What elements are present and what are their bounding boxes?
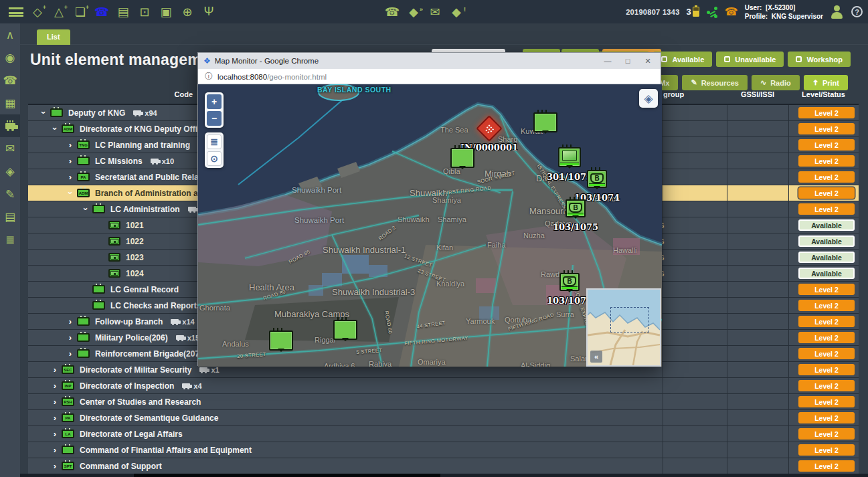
status-badge[interactable]: Level 2 — [798, 396, 855, 407]
map-monitor-window[interactable]: ❖ Map Monitor - Google Chrome — □ ✕ ⓘ lo… — [197, 52, 661, 366]
expand-chevron-icon[interactable]: › — [48, 365, 62, 374]
address-bar[interactable]: ⓘ localhost:8080/geo-monitor.html — [198, 69, 661, 84]
radio-button[interactable]: ∿Radio — [752, 75, 800, 90]
window-titlebar[interactable]: ❖ Map Monitor - Google Chrome — [198, 53, 661, 69]
user-avatar-icon[interactable] — [830, 5, 845, 19]
map-marker-301-1073[interactable]: 301/1073 — [558, 147, 581, 167]
map-marker-103-1075[interactable]: B103/1075 — [566, 199, 586, 217]
status-badge[interactable]: Available — [798, 235, 855, 247]
filter-workshop[interactable]: Workshop — [788, 52, 851, 67]
status-badge[interactable]: Level 2 — [798, 107, 855, 118]
sidebar-calendar[interactable]: ▦ — [0, 92, 20, 114]
zone-add-icon[interactable]: ◇ — [27, 3, 48, 21]
map-marker-103-1074[interactable]: B103/1074 — [587, 170, 607, 188]
expand-chevron-icon[interactable]: › — [48, 381, 62, 390]
status-badge[interactable]: Level 2 — [798, 332, 855, 343]
map-marker[interactable] — [333, 320, 357, 340]
snapshot-button[interactable]: ⊙ — [207, 151, 222, 166]
call-forward-icon[interactable]: ☎ — [725, 5, 738, 18]
layers-button[interactable]: ◈ — [639, 89, 658, 108]
legend-list-button[interactable]: ≣ — [207, 134, 222, 149]
status-badge[interactable]: Level 2 — [798, 203, 855, 215]
help-icon[interactable]: ? — [851, 6, 863, 17]
map-marker[interactable] — [533, 112, 557, 132]
sidebar-dispatch[interactable]: ◈ — [0, 160, 20, 183]
zoom-in-button[interactable]: + — [207, 94, 222, 109]
alert-icon[interactable]: ◆! — [446, 3, 466, 21]
status-badge[interactable]: Level 2 — [798, 300, 855, 311]
expand-chevron-icon[interactable]: › — [48, 413, 62, 422]
status-badge[interactable]: Level 2 — [798, 187, 855, 199]
expand-chevron-icon[interactable]: › — [64, 349, 77, 358]
collapse-chevron-icon[interactable]: › — [66, 187, 75, 200]
scrollbar-thumb[interactable] — [134, 474, 440, 477]
expand-chevron-icon[interactable]: › — [64, 157, 77, 165]
status-badge[interactable]: Level 2 — [798, 155, 855, 167]
map-marker[interactable] — [269, 330, 293, 351]
minimap-collapse-button[interactable]: « — [590, 351, 602, 363]
status-badge[interactable]: Level 2 — [798, 460, 855, 472]
tree-row-command-of-finantial-affairs-and-equipment[interactable]: ›Command of Finantial Affairs and Equipm… — [28, 442, 859, 458]
minimap-viewport[interactable] — [610, 307, 649, 332]
map-canvas[interactable]: BAY ISLAND SOUTHThe SeaSharqKuwaitQiblaM… — [198, 84, 662, 367]
expand-chevron-icon[interactable]: › — [48, 397, 62, 406]
tree-row-command-of-support[interactable]: ›SPTCommand of SupportLevel 2 — [28, 458, 859, 474]
page-info-icon[interactable]: ⓘ — [205, 71, 213, 82]
status-badge[interactable]: Level 2 — [798, 348, 855, 359]
mail-icon[interactable]: ✉ — [425, 3, 445, 21]
menu-icon[interactable] — [6, 3, 26, 21]
status-badge[interactable]: Available — [798, 268, 855, 279]
sidebar-calls[interactable]: ☎ — [0, 69, 20, 92]
status-badge[interactable]: Level 2 — [798, 380, 855, 391]
phone-icon[interactable]: ☎ — [92, 3, 112, 21]
expand-chevron-icon[interactable]: › — [48, 446, 62, 454]
sidebar-monitor-eye[interactable]: ◉ — [0, 46, 20, 69]
presentation-icon[interactable]: ⊡ — [135, 3, 155, 21]
antenna-icon[interactable]: Ψ — [199, 3, 219, 21]
expand-chevron-icon[interactable]: › — [48, 430, 62, 438]
status-badge[interactable]: Level 2 — [798, 364, 855, 375]
expand-chevron-icon[interactable]: › — [64, 317, 77, 326]
collapse-chevron-icon[interactable]: › — [82, 203, 90, 216]
close-button[interactable]: ✕ — [638, 57, 658, 66]
map-marker-in-0000001[interactable]: IN/0000001 — [480, 119, 499, 138]
status-badge[interactable]: Level 2 — [798, 428, 855, 440]
maximize-button[interactable]: □ — [618, 57, 638, 65]
network-icon[interactable] — [706, 7, 718, 17]
window-icon[interactable]: ▣ — [156, 3, 176, 21]
sidebar-collapse[interactable]: ∧ — [0, 23, 20, 46]
filter-available[interactable]: Available — [653, 52, 712, 67]
tree-row-center-of-studies-and-research[interactable]: ›RSHCenter of Studies and ResearchLevel … — [28, 394, 859, 410]
dispatch-forward-icon[interactable]: ◆» — [404, 3, 424, 21]
call-icon[interactable]: ☎ — [382, 3, 402, 21]
tree-row-directorate-of-semantique-guidance[interactable]: ›PADirectorate of Semantique GuidanceLev… — [28, 410, 859, 426]
box-add-icon[interactable]: ❏ — [70, 3, 90, 21]
resources-button[interactable]: ✎Resources — [682, 75, 747, 90]
status-badge[interactable]: Level 2 — [798, 284, 855, 295]
sidebar-reports[interactable]: ✎ — [0, 183, 20, 205]
status-badge[interactable]: Level 2 — [798, 444, 855, 456]
minimize-button[interactable]: — — [598, 57, 618, 65]
contacts-icon[interactable]: ▤ — [113, 3, 133, 21]
sidebar-database[interactable]: ▤ — [0, 205, 20, 228]
map-marker[interactable] — [450, 148, 474, 168]
status-badge[interactable]: Level 2 — [798, 316, 855, 327]
status-badge[interactable]: Level 2 — [798, 412, 855, 423]
expand-chevron-icon[interactable]: › — [64, 333, 77, 342]
sidebar-unit-management[interactable] — [0, 114, 20, 137]
globe-icon[interactable]: ⊕ — [177, 3, 197, 21]
expand-chevron-icon[interactable]: › — [48, 462, 62, 470]
expand-chevron-icon[interactable]: › — [64, 140, 77, 149]
status-badge[interactable]: Level 2 — [798, 171, 855, 183]
tab-list[interactable]: List — [37, 29, 70, 45]
expand-chevron-icon[interactable]: › — [64, 173, 77, 181]
collapse-chevron-icon[interactable]: › — [39, 106, 48, 120]
status-badge[interactable]: Level 2 — [798, 139, 855, 151]
print-button[interactable]: ➜Print — [804, 75, 848, 90]
area-add-icon[interactable]: △ — [49, 3, 69, 21]
zoom-out-button[interactable]: − — [207, 111, 222, 126]
status-badge[interactable]: Level 2 — [798, 123, 855, 134]
filter-unavailable[interactable]: Unavailable — [716, 52, 784, 67]
tree-row-directorate-of-inspection[interactable]: ›INPDirectorate of Inspectionx4Level 2 — [28, 378, 859, 394]
status-badge[interactable]: Available — [798, 219, 855, 231]
